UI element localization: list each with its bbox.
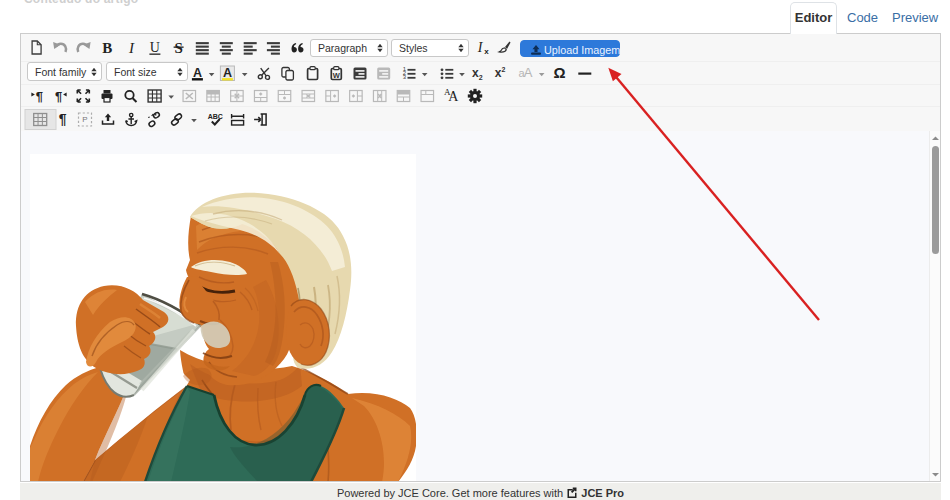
svg-text:I: I (477, 40, 484, 55)
svg-text:¶: ¶ (36, 89, 43, 104)
svg-text:2: 2 (479, 74, 483, 81)
svg-text:A: A (524, 65, 533, 80)
svg-text:3: 3 (403, 74, 407, 80)
svg-text:2: 2 (502, 66, 506, 73)
svg-text:¶: ¶ (55, 89, 62, 104)
svg-text:I: I (128, 40, 135, 56)
svg-text:B: B (102, 40, 112, 56)
svg-text:U: U (150, 40, 160, 55)
svg-text:A: A (223, 66, 232, 80)
svg-text:A: A (193, 66, 202, 80)
svg-text:x: x (484, 47, 489, 56)
svg-text:A: A (448, 89, 459, 104)
svg-text:P: P (82, 115, 87, 124)
svg-text:Ω: Ω (553, 64, 565, 81)
svg-text:¶: ¶ (59, 111, 67, 127)
svg-text:W: W (333, 71, 341, 80)
svg-text:ABC: ABC (208, 113, 223, 120)
